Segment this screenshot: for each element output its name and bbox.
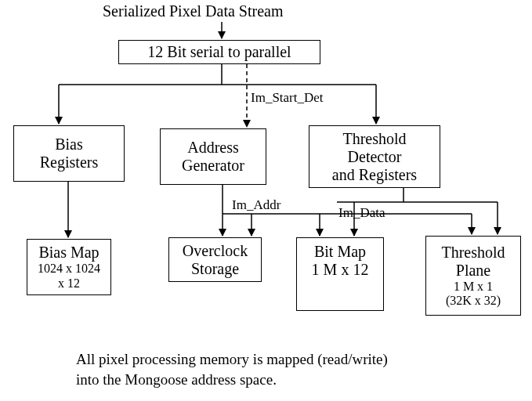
- text: 12 Bit serial to parallel: [147, 43, 291, 61]
- caption-line: All pixel processing memory is mapped (r…: [76, 349, 388, 370]
- text: Bias: [55, 135, 83, 154]
- text: and Registers: [332, 166, 417, 184]
- edge-label-im-addr: Im_Addr: [232, 197, 280, 213]
- box-serial-to-parallel: 12 Bit serial to parallel: [118, 40, 320, 64]
- text: Threshold: [342, 130, 406, 148]
- box-bias-registers: Bias Registers: [13, 125, 125, 182]
- text: 1 M x 12: [312, 261, 369, 279]
- text: Registers: [40, 154, 98, 172]
- text: Detector: [348, 148, 402, 166]
- text: x 12: [58, 276, 80, 291]
- text: Bit Map: [314, 243, 366, 261]
- box-address-generator: Address Generator: [160, 128, 266, 185]
- box-threshold-plane: Threshold Plane 1 M x 1 (32K x 32): [425, 236, 521, 316]
- top-label: Serialized Pixel Data Stream: [103, 2, 283, 20]
- caption: All pixel processing memory is mapped (r…: [76, 349, 388, 389]
- text: Generator: [182, 157, 244, 175]
- text: 1024 x 1024: [38, 262, 100, 276]
- text: Threshold: [441, 244, 505, 262]
- text: Overclock: [183, 242, 248, 260]
- box-bias-map: Bias Map 1024 x 1024 x 12: [27, 239, 111, 295]
- box-threshold-detector: Threshold Detector and Registers: [309, 125, 440, 188]
- box-bit-map: Bit Map 1 M x 12: [296, 237, 384, 311]
- box-overclock-storage: Overclock Storage: [168, 237, 262, 282]
- text: Plane: [456, 262, 490, 280]
- text: Storage: [191, 260, 239, 278]
- text: (32K x 32): [446, 294, 501, 308]
- text: 1 M x 1: [454, 280, 493, 294]
- caption-line: into the Mongoose address space.: [76, 370, 388, 390]
- edge-label-im-data: Im_Data: [338, 205, 385, 221]
- text: Address: [187, 139, 239, 157]
- text: Bias Map: [38, 244, 99, 262]
- edge-label-im-start-det: Im_Start_Det: [251, 90, 324, 106]
